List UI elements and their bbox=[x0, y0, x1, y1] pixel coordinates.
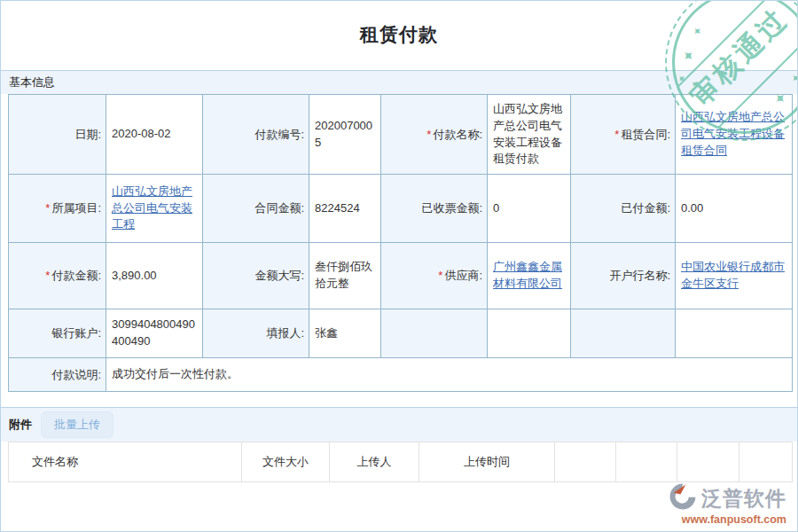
empty-label-cell bbox=[381, 309, 488, 358]
empty-value-cell bbox=[676, 309, 793, 358]
supplier-label: *供应商: bbox=[381, 243, 488, 309]
project-label: *所属项目: bbox=[9, 175, 106, 243]
preparer-value: 张鑫 bbox=[309, 309, 381, 358]
required-marker: * bbox=[438, 269, 442, 282]
empty-header-cell bbox=[677, 442, 739, 482]
basic-info-table: 日期: 2020-08-02 付款编号: 2020070005 *付款名称: 山… bbox=[8, 94, 793, 392]
attachment-header-row: 文件名称 文件大小 上传人 上传时间 bbox=[9, 442, 793, 482]
amount-in-words-value: 叁仟捌佰玖拾元整 bbox=[309, 243, 381, 309]
payment-name-label: *付款名称: bbox=[381, 95, 488, 175]
required-marker: * bbox=[614, 128, 619, 141]
date-value: 2020-08-02 bbox=[106, 95, 203, 175]
table-row: *所属项目: 山西弘文房地产总公司电气安装工程 合同金额: 8224524 已收… bbox=[9, 175, 793, 243]
required-marker: * bbox=[45, 269, 50, 282]
brand-name: 泛普软件 bbox=[701, 485, 786, 512]
batch-upload-button[interactable]: 批量上传 bbox=[41, 411, 113, 438]
table-row: *付款金额: 3,890.00 金额大写: 叁仟捌佰玖拾元整 *供应商: 广州鑫… bbox=[9, 243, 793, 309]
empty-header-cell bbox=[739, 442, 793, 482]
supplier-link[interactable]: 广州鑫鑫金属材料有限公司 bbox=[493, 260, 562, 290]
payment-amount-value: 3,890.00 bbox=[106, 243, 203, 309]
date-label: 日期: bbox=[9, 95, 106, 175]
attachment-table: 文件名称 文件大小 上传人 上传时间 bbox=[8, 442, 793, 482]
table-row: 日期: 2020-08-02 付款编号: 2020070005 *付款名称: 山… bbox=[9, 95, 793, 175]
vendor-brand: 泛普软件 www.fanpusoft.com bbox=[668, 481, 786, 526]
payment-no-label: 付款编号: bbox=[203, 95, 309, 175]
table-row: 付款说明: 成功交付后一次性付款。 bbox=[9, 358, 793, 392]
file-name-header: 文件名称 bbox=[9, 442, 242, 482]
upload-time-header: 上传时间 bbox=[419, 442, 555, 482]
file-size-header: 文件大小 bbox=[242, 442, 330, 482]
payment-amount-label: *付款金额: bbox=[9, 243, 106, 309]
bank-name-value: 中国农业银行成都市金牛区支行 bbox=[676, 243, 793, 309]
amount-in-words-label: 金额大写: bbox=[203, 243, 309, 309]
bank-name-link[interactable]: 中国农业银行成都市金牛区支行 bbox=[681, 260, 785, 290]
attachment-section-header: 附件 批量上传 bbox=[1, 407, 797, 442]
empty-header-cell bbox=[555, 442, 616, 482]
lease-contract-link[interactable]: 山西弘文房地产总公司电气安装工程设备租赁合同 bbox=[681, 110, 785, 157]
bank-account-value: 3099404800490400490 bbox=[106, 309, 203, 358]
payment-no-value: 2020070005 bbox=[309, 95, 381, 175]
basic-info-section-header: 基本信息 bbox=[1, 70, 797, 94]
payment-note-value: 成功交付后一次性付款。 bbox=[106, 358, 793, 392]
uploader-header: 上传人 bbox=[330, 442, 419, 482]
contract-amount-label: 合同金额: bbox=[203, 175, 309, 243]
required-marker: * bbox=[426, 128, 431, 141]
project-link[interactable]: 山西弘文房地产总公司电气安装工程 bbox=[112, 184, 192, 231]
invoiced-amount-value: 0 bbox=[488, 175, 571, 243]
lease-contract-label: *租赁合同: bbox=[571, 95, 676, 175]
preparer-label: 填报人: bbox=[203, 309, 309, 358]
payment-name-value: 山西弘文房地产总公司电气安装工程设备租赁付款 bbox=[488, 95, 571, 175]
project-value: 山西弘文房地产总公司电气安装工程 bbox=[106, 175, 203, 243]
brand-logo-icon bbox=[668, 481, 698, 515]
brand-website: www.fanpusoft.com bbox=[668, 513, 786, 526]
paid-amount-label: 已付金额: bbox=[571, 175, 676, 243]
page-header: 租赁付款 bbox=[1, 1, 797, 70]
page-title: 租赁付款 bbox=[360, 24, 438, 44]
empty-label-cell bbox=[571, 309, 676, 358]
payment-note-label: 付款说明: bbox=[9, 358, 106, 392]
contract-amount-value: 8224524 bbox=[309, 175, 381, 243]
basic-info-title: 基本信息 bbox=[9, 75, 55, 89]
empty-header-cell bbox=[616, 442, 677, 482]
invoiced-amount-label: 已收票金额: bbox=[381, 175, 488, 243]
lease-contract-value: 山西弘文房地产总公司电气安装工程设备租赁合同 bbox=[676, 95, 793, 175]
table-row: 银行账户: 3099404800490400490 填报人: 张鑫 bbox=[9, 309, 793, 358]
bank-name-label: 开户行名称: bbox=[571, 243, 676, 309]
required-marker: * bbox=[45, 201, 50, 215]
paid-amount-value: 0.00 bbox=[676, 175, 793, 243]
bank-account-label: 银行账户: bbox=[9, 309, 106, 358]
attachment-title: 附件 bbox=[9, 417, 32, 433]
supplier-value: 广州鑫鑫金属材料有限公司 bbox=[488, 243, 571, 309]
empty-value-cell bbox=[488, 309, 571, 358]
